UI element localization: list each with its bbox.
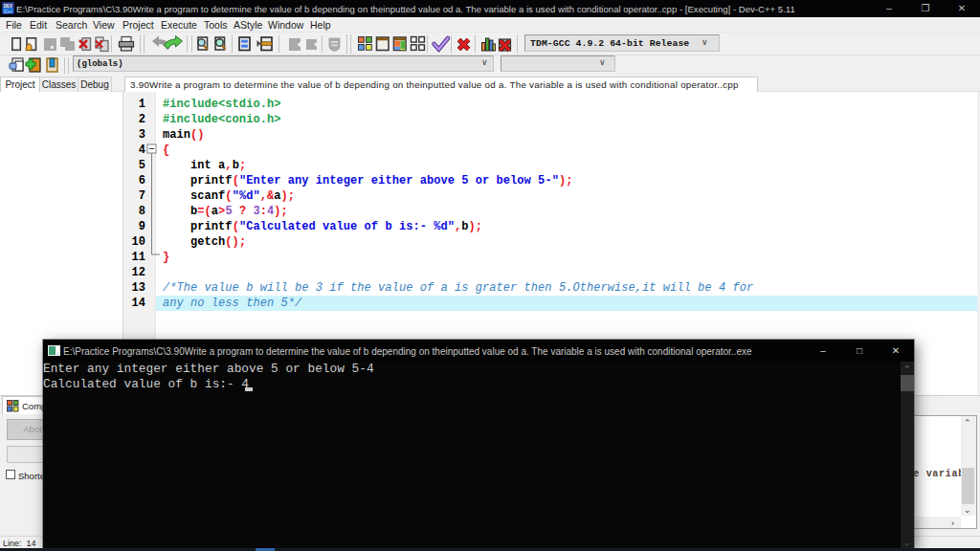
svg-text:DEV: DEV [4,4,12,9]
svg-text:C++: C++ [4,10,12,14]
